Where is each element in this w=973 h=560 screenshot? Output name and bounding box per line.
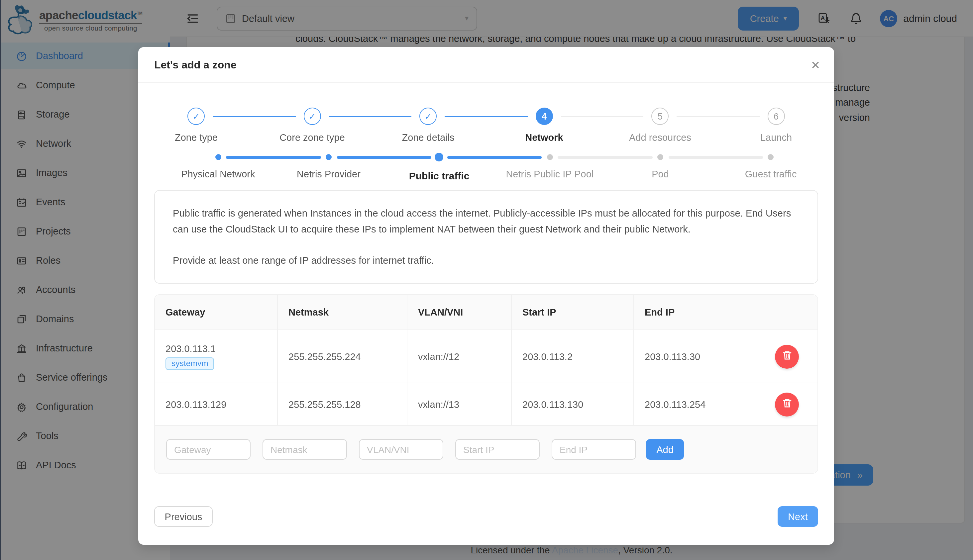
- wizard-step-core-zone-type[interactable]: ✓Core zone type: [254, 108, 370, 143]
- app: clouds. CloudStack™ manages the network,…: [0, 0, 973, 560]
- ip-range-table: GatewayNetmaskVLAN/VNIStart IPEnd IP 203…: [154, 294, 818, 473]
- step-number: 4: [536, 108, 553, 125]
- step-label: Add resources: [629, 132, 691, 143]
- systemvm-tag: systemvm: [165, 357, 214, 370]
- substep-dot: [768, 154, 774, 160]
- column-header-gateway: Gateway: [155, 295, 278, 330]
- column-header-end-ip: End IP: [634, 295, 756, 330]
- substep-dot: [215, 154, 221, 160]
- wizard-step-launch[interactable]: 6Launch: [718, 108, 834, 143]
- wizard-substeps: Physical NetworkNetris ProviderPublic tr…: [163, 153, 826, 182]
- column-header-start-ip: Start IP: [512, 295, 634, 330]
- input-vlan-vni[interactable]: [359, 439, 443, 460]
- substep-dot: [435, 153, 444, 162]
- wizard-step-zone-details[interactable]: ✓Zone details: [370, 108, 486, 143]
- substep-dot: [325, 154, 332, 160]
- modal-header: Let's add a zone ✕: [138, 47, 834, 83]
- delete-row-button[interactable]: [775, 345, 799, 368]
- input-start-ip[interactable]: [455, 439, 540, 460]
- substep-label: Netris Provider: [297, 169, 360, 179]
- cell-start-ip: 203.0.113.2: [512, 330, 634, 383]
- column-header-actions: [756, 295, 818, 330]
- table-input-row: Add: [155, 426, 818, 473]
- table-header-row: GatewayNetmaskVLAN/VNIStart IPEnd IP: [155, 295, 818, 330]
- substep-label: Physical Network: [181, 169, 255, 179]
- delete-row-button[interactable]: [775, 392, 799, 416]
- substep-label: Pod: [652, 169, 669, 179]
- cell-vlan: vxlan://12: [407, 330, 512, 383]
- cell-end-ip: 203.0.113.254: [634, 383, 756, 425]
- previous-button[interactable]: Previous: [154, 506, 213, 527]
- input-end-ip[interactable]: [552, 439, 636, 460]
- table-row: 203.0.113.129255.255.255.128vxlan://1320…: [155, 383, 818, 426]
- wizard-substep-guest-traffic[interactable]: Guest traffic: [716, 153, 826, 182]
- step-check-icon: ✓: [188, 108, 205, 125]
- cell-end-ip: 203.0.113.30: [634, 330, 756, 383]
- step-label: Core zone type: [279, 132, 345, 143]
- step-label: Launch: [760, 132, 792, 143]
- close-icon[interactable]: ✕: [797, 47, 834, 83]
- add-button[interactable]: Add: [646, 439, 684, 460]
- cell-netmask: 255.255.255.128: [278, 383, 407, 425]
- step-label: Zone details: [402, 132, 455, 143]
- modal-title: Let's add a zone: [154, 59, 237, 71]
- next-button[interactable]: Next: [778, 506, 818, 527]
- table-row: 203.0.113.1systemvm255.255.255.224vxlan:…: [155, 330, 818, 383]
- add-zone-modal: Let's add a zone ✕ ✓Zone type✓Core zone …: [138, 47, 834, 545]
- step-label: Zone type: [175, 132, 218, 143]
- wizard-step-add-resources[interactable]: 5Add resources: [602, 108, 718, 143]
- input-gateway[interactable]: [166, 439, 250, 460]
- substep-label: Guest traffic: [745, 169, 797, 179]
- substep-label: Netris Public IP Pool: [506, 169, 594, 179]
- wizard-steps: ✓Zone type✓Core zone type✓Zone details4N…: [138, 108, 834, 143]
- wizard-step-network[interactable]: 4Network: [486, 108, 602, 143]
- step-check-icon: ✓: [420, 108, 437, 125]
- substep-dot: [657, 154, 663, 160]
- substep-dot: [547, 154, 552, 160]
- input-netmask[interactable]: [262, 439, 347, 460]
- step-label: Network: [525, 132, 563, 143]
- cell-netmask: 255.255.255.224: [278, 330, 407, 383]
- step-number: 6: [768, 108, 785, 125]
- step-check-icon: ✓: [304, 108, 321, 125]
- public-traffic-description: Public traffic is generated when Instanc…: [154, 190, 818, 283]
- cell-vlan: vxlan://13: [407, 383, 512, 425]
- trash-icon: [782, 350, 792, 363]
- substep-label: Public traffic: [409, 170, 469, 182]
- cell-gateway: 203.0.113.129: [155, 383, 278, 425]
- wizard-step-zone-type[interactable]: ✓Zone type: [138, 108, 254, 143]
- column-header-vlan-vni: VLAN/VNI: [407, 295, 512, 330]
- cell-gateway: 203.0.113.1systemvm: [155, 330, 278, 383]
- step-number: 5: [652, 108, 669, 125]
- cell-start-ip: 203.0.113.130: [512, 383, 634, 425]
- column-header-netmask: Netmask: [278, 295, 407, 330]
- trash-icon: [782, 398, 792, 410]
